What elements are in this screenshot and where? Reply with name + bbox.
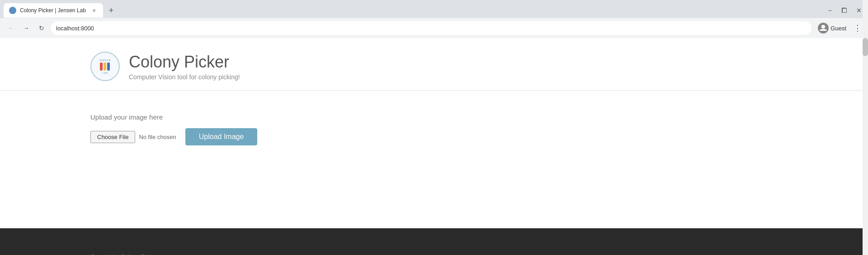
site-header: JENSEN LAB Colony Picker Computer Vision… bbox=[0, 38, 868, 91]
browser-title-bar: Colony Picker | Jensen Lab ✕ + − ⧠ ✕ bbox=[0, 0, 868, 18]
tab-title: Colony Picker | Jensen Lab bbox=[20, 7, 87, 14]
upload-row: Choose File No file chosen Upload Image bbox=[90, 128, 778, 145]
tube-blue-icon bbox=[107, 63, 110, 71]
tube-yellow-icon bbox=[104, 63, 106, 71]
browser-nav-bar: ← → ↻ localhost:8000 Guest ⋮ bbox=[0, 18, 868, 38]
user-label: Guest bbox=[830, 25, 846, 32]
logo-bottom-text: LAB bbox=[102, 72, 108, 74]
refresh-button[interactable]: ↻ bbox=[35, 22, 48, 34]
main-section: Upload your image here Choose File No fi… bbox=[0, 91, 868, 173]
app-subtitle: Computer Vision tool for colony picking! bbox=[129, 73, 240, 81]
browser-chrome: Colony Picker | Jensen Lab ✕ + − ⧠ ✕ ← →… bbox=[0, 0, 868, 38]
browser-tab[interactable]: Colony Picker | Jensen Lab ✕ bbox=[4, 3, 103, 18]
browser-menu-button[interactable]: ⋮ bbox=[852, 23, 863, 33]
browser-controls-right: Guest ⋮ bbox=[814, 22, 863, 34]
url-text: localhost:8000 bbox=[56, 25, 94, 32]
header-text: Colony Picker Computer Vision tool for c… bbox=[129, 53, 240, 81]
svg-point-1 bbox=[821, 25, 825, 29]
tab-favicon-icon bbox=[9, 7, 16, 14]
choose-file-button[interactable]: Choose File bbox=[90, 131, 135, 143]
address-bar[interactable]: localhost:8000 bbox=[51, 21, 811, 35]
user-account-button[interactable]: Guest bbox=[814, 22, 850, 34]
forward-button[interactable]: → bbox=[20, 22, 33, 34]
tube-red-icon bbox=[100, 63, 103, 71]
page-content: JENSEN LAB Colony Picker Computer Vision… bbox=[0, 38, 868, 228]
app-title: Colony Picker bbox=[129, 53, 240, 72]
logo-image: JENSEN LAB bbox=[90, 52, 120, 81]
window-controls: − ⧠ ✕ bbox=[826, 6, 864, 15]
site-footer: Created by Soham Saha bbox=[0, 228, 868, 255]
upload-label: Upload your image here bbox=[90, 113, 778, 121]
logo-top-text: JENSEN bbox=[99, 59, 111, 62]
svg-point-0 bbox=[10, 8, 15, 13]
file-input-wrapper: Choose File No file chosen bbox=[90, 131, 176, 143]
scrollbar-thumb[interactable] bbox=[863, 38, 868, 56]
footer-credit: Created by Soham Saha bbox=[90, 253, 155, 255]
upload-image-button[interactable]: Upload Image bbox=[185, 128, 258, 145]
new-tab-button[interactable]: + bbox=[105, 4, 118, 17]
tab-close-button[interactable]: ✕ bbox=[90, 7, 98, 14]
logo-tubes bbox=[100, 63, 110, 71]
user-avatar-icon bbox=[818, 23, 829, 34]
no-file-text: No file chosen bbox=[139, 134, 176, 140]
scrollbar-track[interactable] bbox=[863, 0, 868, 255]
restore-button[interactable]: ⧠ bbox=[838, 6, 850, 15]
back-button[interactable]: ← bbox=[5, 22, 17, 34]
minimize-button[interactable]: − bbox=[826, 6, 835, 15]
